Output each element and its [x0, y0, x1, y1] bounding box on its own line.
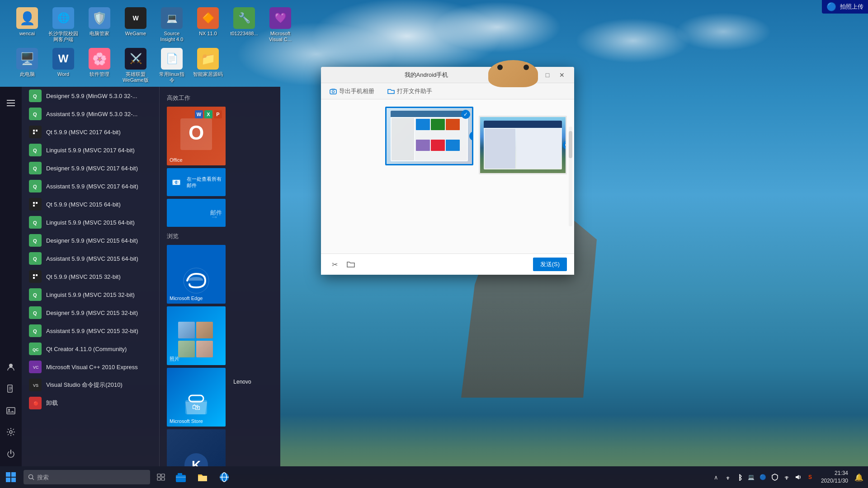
start-sidebar	[0, 87, 22, 466]
desktop-icon-nx[interactable]: 🔶 NX 11.0	[190, 5, 226, 39]
svg-rect-16	[33, 130, 35, 131]
taskbar-clock[interactable]: 21:34 2020/11/30	[817, 469, 852, 485]
desktop-icon-smarthome[interactable]: 📁 智能家居源码	[190, 45, 226, 80]
screenshot-thumb-2[interactable]: 💬	[479, 116, 567, 174]
app-item-linguist-msvc2015-64[interactable]: Q Linguist 5.9.9 (MSVC 2015 64-bit)	[22, 213, 159, 231]
tile-store[interactable]: 🛍 Microsoft Store	[167, 368, 226, 427]
svg-rect-65	[330, 89, 336, 94]
svg-rect-79	[178, 473, 182, 476]
sidebar-settings[interactable]	[2, 423, 20, 441]
task-view-button[interactable]	[152, 466, 170, 488]
folder-bottom-icon[interactable]	[344, 258, 357, 271]
svg-text:QC: QC	[33, 347, 39, 352]
sidebar-power[interactable]	[2, 445, 20, 463]
cut-icon[interactable]: ✂	[328, 258, 341, 271]
app-item-linguist-msvc2015-32[interactable]: Q Linguist 5.9.9 (MSVC 2015 32-bit)	[22, 286, 159, 304]
sidebar-document[interactable]	[2, 380, 20, 398]
tray-up-arrow[interactable]: ∧	[711, 472, 722, 483]
svg-rect-26	[33, 202, 35, 204]
tile-edge[interactable]: Microsoft Edge	[167, 245, 226, 304]
svg-rect-1	[7, 103, 15, 103]
desktop-icon-software[interactable]: 🌸 软件管理	[81, 45, 118, 80]
app-item-designer-msvc2015-64[interactable]: Q Designer 5.9.9 (MSVC 2015 64-bit)	[22, 231, 159, 249]
app-item-qt-msvc2015-64-black[interactable]: Qt 5.9.9 (MSVC 2015 64-bit)	[22, 195, 159, 213]
restore-button[interactable]: □	[541, 68, 554, 82]
app-item-assistant-msvc2017-64[interactable]: Q Assistant 5.9.9 (MSVC 2017 64-bit)	[22, 177, 159, 195]
app-item-designer-msvc2015-32[interactable]: Q Designer 5.9.9 (MSVC 2015 32-bit)	[22, 304, 159, 322]
taskbar-app-files[interactable]	[192, 466, 213, 488]
desktop-icon-sourceinsight[interactable]: 💻 SourceInsight 4.0	[154, 5, 190, 45]
svg-rect-27	[36, 202, 38, 204]
open-file-helper-button[interactable]: 打开文件助手	[384, 86, 435, 96]
desktop-icon-wencai[interactable]: 👤 wencai	[9, 5, 45, 39]
tile-outlook[interactable]: 📧 在一处查看所有邮件	[167, 168, 226, 196]
search-input[interactable]	[37, 474, 127, 481]
app-item-qt-msvc2017-64-black[interactable]: Qt 5.9.9 (MSVC 2017 64-bit)	[22, 123, 159, 141]
tray-network-icon[interactable]	[722, 472, 733, 483]
sidebar-hamburger[interactable]	[2, 94, 20, 112]
desktop-icon-msvisual[interactable]: 💜 MicrosoftVisual C...	[262, 5, 298, 45]
app-item-qtcreator[interactable]: QC Qt Creator 4.11.0 (Community)	[22, 340, 159, 358]
app-item-designer-msvc2017-64[interactable]: Q Designer 5.9.9 (MSVC 2017 64-bit)	[22, 159, 159, 177]
svg-rect-15	[32, 128, 39, 136]
scrollbar-thumb[interactable]	[569, 131, 572, 158]
notification-button[interactable]: 🔔	[854, 472, 864, 483]
desktop-icon-thispc[interactable]: 🖥️ 此电脑	[9, 45, 45, 80]
svg-point-3	[9, 364, 13, 367]
taskbar-app-ie[interactable]	[213, 466, 235, 488]
svg-rect-18	[33, 132, 35, 134]
sidebar-user[interactable]	[2, 358, 20, 376]
app-item-linguist-msvc2017-64[interactable]: Q Linguist 5.9.9 (MSVC 2017 64-bit)	[22, 141, 159, 159]
svg-point-9	[8, 409, 10, 411]
desktop-icon-wegame[interactable]: W WeGame	[118, 5, 154, 39]
taskbar-app-explorer-alt[interactable]	[170, 466, 192, 488]
svg-rect-35	[32, 273, 39, 280]
export-photos-button[interactable]: 导出手机相册	[326, 86, 377, 96]
svg-text:Q: Q	[33, 310, 37, 316]
app-item-uninstall[interactable]: 🔴 卸载	[22, 394, 159, 412]
app-item-assistant-msvc2015-32[interactable]: Q Assistant 5.9.9 (MSVC 2015 32-bit)	[22, 322, 159, 340]
svg-text:O: O	[189, 122, 204, 144]
app-item-assistant-mingw[interactable]: Q Assistant 5.9.9 (MinGW 5.3.0 32-...	[22, 105, 159, 123]
app-item-assistant-msvc2015-64[interactable]: Q Assistant 5.9.9 (MSVC 2015 64-bit)	[22, 249, 159, 267]
desktop-icon-changsha[interactable]: 🌐 长沙学院校园网客户端	[45, 5, 81, 45]
taskbar-search[interactable]	[24, 470, 150, 484]
clock-time: 21:34	[821, 469, 848, 477]
upload-label[interactable]: 拍照上传	[840, 3, 863, 11]
start-button[interactable]	[0, 466, 22, 488]
android-content: ✓ →	[321, 99, 574, 253]
svg-rect-8	[7, 408, 15, 414]
close-button[interactable]: ✕	[555, 68, 569, 82]
tray-icon-1[interactable]: 💻	[746, 472, 757, 483]
svg-rect-0	[7, 100, 15, 101]
app-item-vs-cmd[interactable]: VS Visual Studio 命令提示(2010)	[22, 376, 159, 394]
screenshot-thumb-1[interactable]: ✓ →	[385, 107, 473, 165]
app-item-designer-mingw[interactable]: Q Designer 5.9.9 (MinGW 5.3.0 32-...	[22, 87, 159, 105]
scrollbar-track[interactable]	[569, 127, 572, 226]
sidebar-photos[interactable]	[2, 401, 20, 419]
desktop-icon-diannaoganjia[interactable]: 🛡️ 电脑管家	[81, 5, 118, 39]
svg-point-83	[727, 479, 728, 479]
desktop-icon-t01[interactable]: 🔧 t01223488...	[226, 5, 262, 39]
tile-office[interactable]: O W X P Office	[167, 107, 226, 165]
desktop-icon-lol[interactable]: ⚔️ 英雄联盟WeGame版	[118, 45, 154, 86]
svg-rect-37	[36, 274, 38, 276]
tray-icon-sougou[interactable]: S	[805, 472, 816, 483]
svg-rect-36	[33, 274, 35, 276]
tile-photos[interactable]: 照片	[167, 306, 226, 365]
tray-wifi-icon[interactable]	[781, 472, 792, 483]
taskbar: ∧ 💻 🔵 S 21:34 2020/11/30 🔔	[0, 466, 868, 488]
app-item-qt-msvc2015-32-black[interactable]: Qt 5.9.9 (MSVC 2015 32-bit)	[22, 267, 159, 286]
tile-kugou[interactable]: K 酷狗音乐	[167, 429, 226, 466]
tray-icon-2[interactable]: 🔵	[758, 472, 769, 483]
svg-rect-75	[157, 478, 160, 480]
tray-shield-icon[interactable]	[769, 472, 780, 483]
send-button[interactable]: 发送(S)	[533, 258, 567, 271]
desktop-icon-word[interactable]: W Word	[45, 45, 81, 80]
app-item-msvc2010[interactable]: VC Microsoft Visual C++ 2010 Express	[22, 358, 159, 376]
desktop-icon-linux[interactable]: 📄 常用linux指令	[154, 45, 190, 86]
svg-text:Q: Q	[33, 292, 37, 298]
tile-mail[interactable]: 邮件 →	[167, 199, 226, 227]
tray-bluetooth-icon[interactable]	[734, 472, 745, 483]
tray-volume-icon[interactable]	[793, 472, 804, 483]
